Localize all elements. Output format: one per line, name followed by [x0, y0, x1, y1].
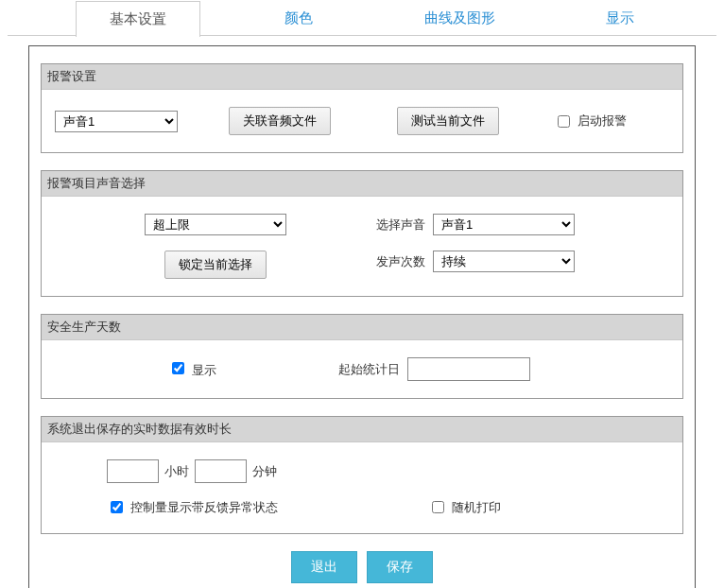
hours-label: 小时 [164, 463, 189, 480]
random-print-label: 随机打印 [452, 499, 501, 516]
save-button[interactable]: 保存 [367, 551, 433, 583]
lock-current-selection-button[interactable]: 锁定当前选择 [164, 251, 267, 279]
enable-alarm-checkbox[interactable] [558, 115, 570, 128]
group-alarm-item-sound: 报警项目声音选择 超上限 锁定当前选择 选择声音 声音1 [41, 170, 683, 297]
select-sound-select[interactable]: 声音1 [433, 214, 575, 235]
show-safe-days-checkbox[interactable] [172, 362, 184, 374]
action-buttons: 退出 保存 [41, 551, 683, 583]
alarm-type-select[interactable]: 超上限 [145, 214, 286, 235]
enable-alarm-label: 启动报警 [577, 112, 627, 130]
alarm-sound-select[interactable]: 声音1 [55, 111, 178, 132]
exit-button[interactable]: 退出 [291, 551, 357, 583]
feedback-abnormal-label: 控制量显示带反馈异常状态 [130, 499, 278, 516]
link-audio-button[interactable]: 关联音频文件 [229, 107, 331, 135]
tab-basic-settings[interactable]: 基本设置 [76, 1, 200, 37]
start-date-input[interactable] [407, 357, 530, 381]
start-date-label: 起始统计日 [338, 361, 400, 378]
tab-bar: 基本设置 颜色 曲线及图形 显示 [76, 0, 724, 36]
group-realtime-duration: 系统退出保存的实时数据有效时长 小时 分钟 控制量显示带反馈异常状态 随机打印 [41, 416, 683, 534]
group-alarm-item-title: 报警项目声音选择 [42, 171, 682, 197]
settings-panel: 报警设置 声音1 关联音频文件 测试当前文件 [28, 45, 696, 588]
sound-count-label: 发声次数 [376, 253, 425, 270]
sound-count-select[interactable]: 持续 [433, 251, 575, 272]
tab-color[interactable]: 颜色 [236, 0, 361, 36]
random-print-checkbox[interactable] [432, 501, 444, 513]
minutes-input[interactable] [195, 459, 247, 483]
group-alarm-settings: 报警设置 声音1 关联音频文件 测试当前文件 [41, 63, 683, 153]
show-safe-days-label: 显示 [192, 363, 216, 377]
group-realtime-title: 系统退出保存的实时数据有效时长 [42, 417, 682, 442]
tab-curve-graphics[interactable]: 曲线及图形 [397, 0, 522, 36]
feedback-abnormal-checkbox[interactable] [111, 501, 123, 513]
group-safe-days: 安全生产天数 显示 起始统计日 [41, 314, 683, 399]
hours-input[interactable] [107, 459, 159, 483]
tab-display[interactable]: 显示 [558, 0, 682, 36]
group-safe-days-title: 安全生产天数 [42, 315, 682, 340]
test-current-file-button[interactable]: 测试当前文件 [397, 107, 499, 135]
minutes-label: 分钟 [252, 463, 277, 480]
group-alarm-title: 报警设置 [42, 64, 682, 90]
select-sound-label: 选择声音 [376, 216, 425, 233]
